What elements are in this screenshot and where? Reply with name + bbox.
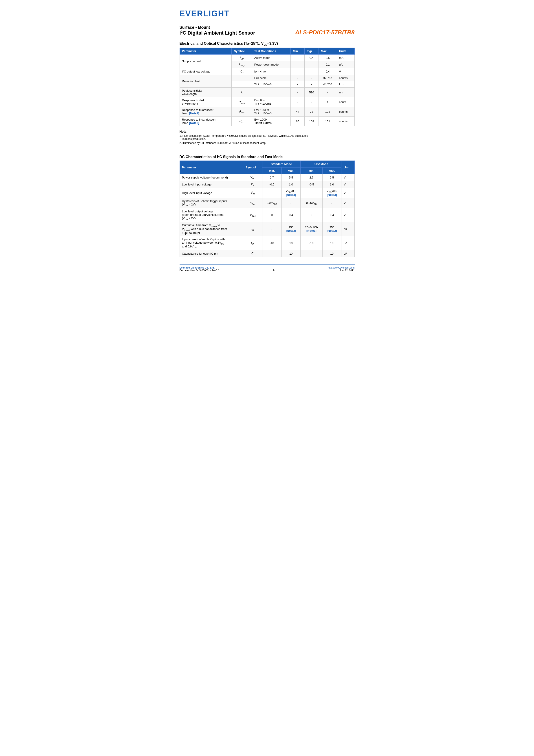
col-min: Min.: [290, 48, 305, 54]
dc-std-max: Max.: [281, 167, 301, 174]
note-2: 2. Illuminance by CIE standard illuminan…: [179, 142, 355, 145]
dc-col-symbol: Symbol: [243, 161, 262, 174]
table-row: High level input voltage VIH VDDx0.6[Not…: [179, 188, 355, 198]
col-max: Max.: [318, 48, 337, 54]
part-number: ALS-PDIC17-57B/TR8: [295, 29, 355, 36]
cond-active-mode: Active mode: [252, 54, 290, 61]
typ-idd: 0.4: [305, 54, 318, 61]
col-parameter: Parameter: [179, 48, 232, 54]
typ-iddq: -: [305, 61, 318, 68]
electrical-section-heading: Electrical and Optical Characteristics (…: [179, 41, 355, 46]
col-symbol: Symbol: [232, 48, 252, 54]
footer-company-name: Everlight Electronics Co., Ltd.: [179, 266, 220, 269]
table-row: Input current of each IO pins withan inp…: [179, 236, 355, 250]
footer-page-number: 4: [273, 268, 275, 272]
page-footer: Everlight Electronics Co., Ltd. Document…: [179, 264, 355, 272]
dc-col-fast-mode: Fast Mode: [301, 161, 341, 167]
product-subtitle: Surface - Mount: [179, 25, 255, 30]
min-iddq: -: [290, 61, 305, 68]
table-row: Low level input voltage VIL -0.5 1.0 -0.…: [179, 181, 355, 188]
table-row: Power supply voltage (recommend) VDD 2.7…: [179, 174, 355, 181]
units-idd: mA: [337, 54, 355, 61]
symbol-idd: IDD: [232, 54, 252, 61]
symbol-rdark: Rdark: [232, 97, 252, 107]
footer-document: Document No: DLS-00000xx Rev0.1: [179, 269, 220, 272]
table-row: Response to incandescentlamp [Note2] Ric…: [179, 117, 355, 126]
table-row: I2C output low voltage VOL Io = 4mA - - …: [179, 68, 355, 75]
min-idd: -: [290, 54, 305, 61]
company-logo: EVERLIGHT: [179, 9, 355, 18]
dc-section-heading: DC Characteristics of I2C Signals in Sta…: [179, 154, 355, 159]
table-row: Capacitance for each IO pin Ci - 10 - 10…: [179, 250, 355, 257]
table-row: Response in darkenvironment Rdark Ev= 0l…: [179, 97, 355, 107]
dc-table-header-row-1: Parameter Symbol Standard Mode Fast Mode…: [179, 161, 355, 167]
table-row: Low level output voltage(open drain) at …: [179, 208, 355, 222]
col-test-conditions: Test Conditions: [252, 48, 290, 54]
electrical-table: Parameter Symbol Test Conditions Min. Ty…: [179, 48, 355, 126]
table-row: Output fall time from VIHMIN toVILMAX wi…: [179, 222, 355, 236]
footer-right: http://www.everlight.com Jun. 22, 2011: [328, 266, 355, 272]
note-title: Note:: [179, 130, 355, 133]
footer-website: http://www.everlight.com: [328, 266, 355, 269]
symbol-ricd: Ricd: [232, 117, 252, 126]
param-vol: I2C output low voltage: [179, 68, 232, 75]
dc-std-min: Min.: [262, 167, 281, 174]
col-units: Units: [337, 48, 355, 54]
footer-date: Jun. 22, 2011: [328, 269, 355, 272]
max-idd: 0.5: [318, 54, 337, 61]
table-row: Peak sensitivitywavelength λp - 580 - nm: [179, 88, 355, 97]
col-typ: Typ.: [305, 48, 318, 54]
dc-col-unit: Unit: [341, 161, 355, 174]
table-row: Hysteresis of Schmitt trigger inputs(VDD…: [179, 198, 355, 208]
param-response-incandescent: Response to incandescentlamp [Note2]: [179, 117, 232, 126]
dc-col-standard-mode: Standard Mode: [262, 161, 300, 167]
table-row: Detection limit Full scale - - 32,767 co…: [179, 75, 355, 81]
note-1: 1. Fluorescent light (Color Temperature …: [179, 134, 355, 141]
dc-fast-min: Min.: [301, 167, 323, 174]
dc-fast-max: Max.: [322, 167, 341, 174]
cond-vol: Io = 4mA: [252, 68, 290, 75]
product-title: Surface - Mount I2C Digital Ambient Ligh…: [179, 25, 255, 36]
units-iddq: uA: [337, 61, 355, 68]
param-response-dark: Response in darkenvironment: [179, 97, 232, 107]
param-peak-sensitivity: Peak sensitivitywavelength: [179, 88, 232, 97]
param-detection-limit: Detection limit: [179, 75, 232, 88]
table-row: Supply current IDD Active mode - 0.4 0.5…: [179, 54, 355, 61]
symbol-vol: VOL: [232, 68, 252, 75]
product-main-title: I2C Digital Ambient Light Sensor: [179, 30, 255, 36]
param-supply-current: Supply current: [179, 54, 232, 68]
footer-company: Everlight Electronics Co., Ltd. Document…: [179, 266, 220, 272]
cond-powerdown: Power-down mode: [252, 61, 290, 68]
logo-text: EVERLIGHT: [179, 9, 230, 18]
max-iddq: 0.1: [318, 61, 337, 68]
symbol-rfrst: Rfrst: [232, 107, 252, 117]
symbol-iddq: IDDQ: [232, 61, 252, 68]
dc-col-parameter: Parameter: [179, 161, 243, 174]
table-row: Response to fluorescentlamp [Note1] Rfrs…: [179, 107, 355, 117]
page-header: Surface - Mount I2C Digital Ambient Ligh…: [179, 25, 355, 36]
symbol-lambda: λp: [232, 88, 252, 97]
param-response-fluorescent: Response to fluorescentlamp [Note1]: [179, 107, 232, 117]
dc-characteristics-table: Parameter Symbol Standard Mode Fast Mode…: [179, 161, 355, 257]
